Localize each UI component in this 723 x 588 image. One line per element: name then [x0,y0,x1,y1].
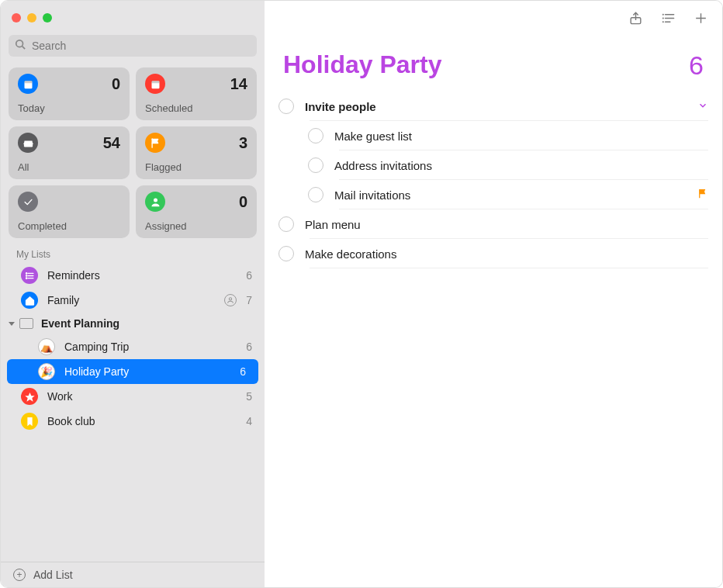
reminder-row[interactable]: Make guest list [278,121,708,150]
reminder-title: Make guest list [334,130,412,143]
reminder-row[interactable]: Invite people [278,92,708,121]
smart-label: Today [18,102,120,114]
list-name: Reminders [47,269,100,282]
reminders-window: 0 Today 14 Scheduled 54 All 3 Flagged Co… [0,0,723,588]
smart-list-flagged[interactable]: 3 Flagged [136,126,257,179]
svg-point-10 [26,272,26,273]
group-event-planning[interactable]: Event Planning [1,313,265,334]
add-list-button[interactable]: + Add List [1,562,265,587]
reminders-list: Invite people Make guest list Address in… [265,92,722,268]
complete-toggle[interactable] [278,246,294,261]
minimize-window-button[interactable] [27,13,36,22]
list-header: Holiday Party 6 [265,35,722,92]
detail-pane: Holiday Party 6 Invite people Make guest… [265,1,722,587]
plus-icon: + [13,569,26,581]
reminder-row[interactable]: Make decorations [278,239,708,268]
list-row-work[interactable]: Work5 [1,384,265,409]
svg-point-19 [662,14,663,15]
list-name: Family [47,294,79,306]
chevron-down-icon [9,322,15,326]
list-count: 6 [689,50,704,81]
smart-label: Flagged [145,161,247,173]
shared-icon [224,294,237,306]
svg-marker-14 [25,392,35,401]
search-container [1,35,265,61]
list-count: 6 [240,365,246,378]
check-icon [18,192,38,212]
smart-list-all[interactable]: 54 All [9,126,130,179]
list-row-book-club[interactable]: Book club4 [1,409,265,434]
calendar-icon [18,74,38,94]
smart-count: 54 [103,134,120,152]
complete-toggle[interactable] [308,128,323,144]
list-name: Work [47,390,72,403]
svg-point-0 [16,40,23,47]
search-input[interactable] [9,35,257,57]
svg-point-21 [662,21,663,22]
svg-point-6 [154,198,157,202]
smart-label: Completed [18,220,120,232]
tray-icon [18,133,38,153]
list-row-reminders[interactable]: Reminders6 [1,263,265,288]
smart-list-completed[interactable]: Completed [9,185,130,238]
close-window-button[interactable] [12,13,21,22]
smart-list-assigned[interactable]: 0 Assigned [136,185,257,238]
list-name: Book club [47,415,95,427]
list-title: Holiday Party [283,50,442,79]
svg-rect-3 [24,81,32,83]
smart-label: Scheduled [145,102,247,114]
complete-toggle[interactable] [278,99,294,114]
svg-line-1 [22,47,26,50]
sidebar: 0 Today 14 Scheduled 54 All 3 Flagged Co… [1,1,265,587]
my-lists-heading: My Lists [1,246,265,263]
list-emoji-icon: 🎉 [38,363,55,380]
list-name: Camping Trip [64,341,129,353]
complete-toggle[interactable] [308,187,323,202]
chevron-down-icon[interactable] [697,100,708,113]
reminder-title: Address invitations [334,159,432,172]
bookmark-icon [21,413,38,430]
smart-list-today[interactable]: 0 Today [9,67,130,120]
list-icon [21,267,38,284]
smart-list-scheduled[interactable]: 14 Scheduled [136,67,257,120]
calendar-icon [145,74,165,94]
lists-section: My Lists Reminders6Family7 Event Plannin… [1,244,265,562]
reminder-row[interactable]: Plan menu [278,209,708,239]
svg-point-20 [662,18,663,19]
flag-icon [697,188,708,202]
svg-point-12 [26,278,26,278]
list-row-holiday-party[interactable]: 🎉Holiday Party6 [7,359,258,384]
list-count: 7 [246,294,252,306]
complete-toggle[interactable] [308,157,323,173]
reminder-row[interactable]: Mail invitations [278,180,708,209]
list-emoji-icon: ⛺ [38,338,55,355]
list-count: 5 [246,390,252,403]
group-name: Event Planning [41,317,119,330]
list-count: 6 [246,341,252,353]
new-reminder-button[interactable] [694,11,708,26]
list-count: 4 [246,415,252,427]
smart-label: Assigned [145,220,247,232]
person-icon [145,192,165,212]
view-options-button[interactable] [660,11,676,26]
add-list-label: Add List [33,569,73,581]
smart-count: 3 [239,134,247,152]
list-row-family[interactable]: Family7 [1,288,265,313]
toolbar [265,1,722,35]
search-icon [15,39,26,53]
complete-toggle[interactable] [278,216,294,232]
reminder-title: Make decorations [305,247,396,261]
svg-rect-5 [151,81,159,83]
share-button[interactable] [628,11,643,26]
smart-count: 0 [239,193,247,211]
reminder-title: Mail invitations [334,189,410,202]
house-icon [21,292,38,309]
reminder-row[interactable]: Address invitations [278,150,708,180]
zoom-window-button[interactable] [43,13,52,22]
list-count: 6 [246,269,252,282]
reminder-title: Invite people [305,100,376,113]
smart-lists-grid: 0 Today 14 Scheduled 54 All 3 Flagged Co… [1,61,265,244]
reminder-title: Plan menu [305,218,361,231]
list-row-camping-trip[interactable]: ⛺Camping Trip6 [1,334,265,359]
star-icon [21,388,38,405]
